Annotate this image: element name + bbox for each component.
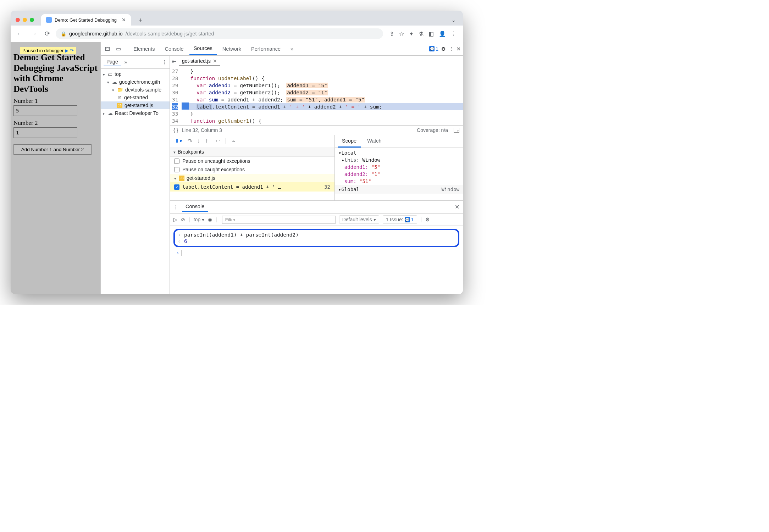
- format-icon[interactable]: { }: [173, 127, 178, 133]
- scope-this[interactable]: ▸this: Window: [335, 156, 463, 164]
- js-file-icon: JS: [117, 103, 122, 108]
- code-area[interactable]: 27 28 29 30 31 32 33 34: [170, 67, 463, 125]
- console-toolbar: ▷ ⊘ | top ▾ ◉ | Filter Default levels ▾ …: [170, 214, 463, 226]
- favicon-icon: [46, 17, 52, 23]
- tabs-overflow-icon[interactable]: »: [286, 43, 298, 55]
- navigator-menu-icon[interactable]: ⋮: [162, 59, 167, 65]
- issues-badge[interactable]: 💬1: [429, 46, 438, 52]
- pause-caught-row[interactable]: Pause on caught exceptions: [170, 165, 334, 174]
- page-heading: Demo: Get Started Debugging JavaScript w…: [13, 52, 98, 94]
- coverage-dropdown-icon[interactable]: [454, 128, 459, 133]
- step-over-button[interactable]: ↷: [188, 138, 192, 144]
- sidebar-toggle-icon[interactable]: ⇤: [172, 59, 176, 64]
- tree-file-html[interactable]: 🗎get-started: [101, 94, 170, 101]
- pause-uncaught-checkbox[interactable]: [174, 159, 179, 164]
- breakpoint-entry[interactable]: ✓ label.textContent = addend1 + ' … 32: [170, 182, 334, 192]
- num1-input[interactable]: [13, 105, 77, 116]
- step-button[interactable]: →·: [213, 138, 220, 144]
- extensions-icon[interactable]: ✦: [409, 31, 414, 37]
- devtools-menu-icon[interactable]: ⋮: [449, 46, 454, 52]
- share-icon[interactable]: ⇪: [389, 31, 394, 37]
- cloud-icon: ☁: [112, 79, 117, 85]
- console-input-row: ›parseInt(addend1) + parseInt(addend2): [178, 232, 455, 238]
- bookmark-icon[interactable]: ☆: [399, 31, 404, 37]
- console-prompt[interactable]: ›: [170, 249, 463, 256]
- minimize-window-icon[interactable]: [23, 18, 27, 22]
- tree-top[interactable]: ▭top: [101, 70, 170, 78]
- console-output: ›parseInt(addend1) + parseInt(addend2) ‹…: [170, 226, 463, 261]
- step-over-icon[interactable]: ↷: [70, 48, 74, 53]
- context-selector[interactable]: top ▾: [194, 217, 204, 222]
- num2-input[interactable]: [13, 127, 77, 138]
- scope-var: sum: "51": [335, 178, 463, 185]
- tabs-menu-icon[interactable]: ⌄: [451, 17, 456, 23]
- scope-tab[interactable]: Scope: [338, 135, 361, 148]
- file-tabs: ⇤ get-started.js ✕: [170, 56, 463, 67]
- breakpoint-marker: [182, 102, 189, 110]
- devtools-close-icon[interactable]: ✕: [457, 46, 461, 52]
- file-tab-close-icon[interactable]: ✕: [213, 58, 217, 64]
- tab-elements[interactable]: Elements: [129, 43, 159, 55]
- tree-file-js[interactable]: JSget-started.js: [101, 101, 170, 109]
- drawer-menu-icon[interactable]: ⋮: [173, 204, 178, 210]
- profile-icon[interactable]: 👤: [439, 31, 446, 37]
- log-levels-dropdown[interactable]: Default levels ▾: [339, 215, 379, 224]
- folder-icon: 📁: [117, 87, 123, 93]
- tab-network[interactable]: Network: [218, 43, 245, 55]
- step-into-button[interactable]: ↓: [197, 138, 200, 144]
- pause-uncaught-row[interactable]: Pause on uncaught exceptions: [170, 157, 334, 165]
- resume-icon[interactable]: ▶: [65, 48, 68, 53]
- file-tab[interactable]: get-started.js ✕: [179, 57, 220, 66]
- drawer-console-tab[interactable]: Console: [182, 202, 208, 212]
- num2-label: Number 2: [13, 120, 98, 127]
- add-button[interactable]: Add Number 1 and Number 2: [13, 144, 92, 155]
- labs-icon[interactable]: ⚗: [419, 31, 424, 37]
- console-filter[interactable]: Filter: [222, 216, 336, 224]
- breakpoint-gutter[interactable]: [182, 67, 189, 125]
- console-settings-icon[interactable]: ⚙: [425, 217, 430, 222]
- console-sidebar-icon[interactable]: ▷: [173, 217, 177, 222]
- navigator-page-tab[interactable]: Page: [104, 58, 121, 66]
- breakpoint-checkbox[interactable]: ✓: [174, 184, 179, 190]
- tab-strip: Demo: Get Started Debugging ✕ ＋ ⌄: [11, 11, 463, 26]
- sidepanel-icon[interactable]: ◧: [428, 31, 434, 37]
- breakpoints-header[interactable]: Breakpoints: [170, 147, 334, 157]
- reload-button[interactable]: ⟳: [43, 30, 52, 38]
- resume-button[interactable]: ⏸▶: [174, 138, 183, 144]
- clear-console-icon[interactable]: ⊘: [181, 217, 185, 222]
- tree-domain[interactable]: ☁googlechrome.gith: [101, 78, 170, 86]
- scope-global[interactable]: ▸GlobalWindow: [335, 185, 463, 194]
- window-controls: [16, 18, 34, 22]
- paused-label: Paused in debugger: [22, 48, 63, 53]
- browser-window: Demo: Get Started Debugging ✕ ＋ ⌄ ← → ⟳ …: [11, 11, 463, 294]
- watch-tab[interactable]: Watch: [363, 135, 386, 148]
- navigator-overflow-icon[interactable]: »: [125, 59, 127, 65]
- new-tab-button[interactable]: ＋: [137, 16, 144, 24]
- close-window-icon[interactable]: [16, 18, 20, 22]
- breakpoint-file-row[interactable]: JSget-started.js: [170, 174, 334, 182]
- device-icon[interactable]: ▭: [114, 44, 123, 54]
- drawer-close-icon[interactable]: ✕: [455, 204, 459, 210]
- scope-local[interactable]: ▾Local: [335, 149, 463, 156]
- back-button[interactable]: ←: [14, 30, 25, 38]
- tab-close-icon[interactable]: ✕: [122, 17, 126, 23]
- browser-tab[interactable]: Demo: Get Started Debugging ✕: [41, 14, 131, 26]
- kebab-menu-icon[interactable]: ⋮: [451, 31, 457, 37]
- scope-tree: ▾Local ▸this: Window addend1: "5" addend…: [335, 148, 463, 200]
- drawer-tabs: ⋮ Console ✕: [170, 201, 463, 214]
- scope-var: addend2: "1": [335, 171, 463, 178]
- console-issues[interactable]: 1 Issue: 💬1: [383, 215, 417, 224]
- step-out-button[interactable]: ↑: [205, 138, 208, 144]
- deactivate-breakpoints-button[interactable]: ⌁: [232, 138, 235, 144]
- tab-performance[interactable]: Performance: [247, 43, 285, 55]
- tab-console[interactable]: Console: [160, 43, 188, 55]
- tab-sources[interactable]: Sources: [189, 43, 217, 55]
- tree-folder[interactable]: 📁devtools-sample: [101, 86, 170, 94]
- tree-extension[interactable]: ☁React Developer To: [101, 109, 170, 117]
- settings-gear-icon[interactable]: ⚙: [441, 46, 446, 52]
- live-expression-icon[interactable]: ◉: [208, 217, 212, 222]
- maximize-window-icon[interactable]: [30, 18, 34, 22]
- omnibox[interactable]: 🔒 googlechrome.github.io/devtools-sample…: [56, 28, 383, 39]
- pause-caught-checkbox[interactable]: [174, 167, 179, 172]
- inspect-icon[interactable]: ⮹: [103, 44, 112, 53]
